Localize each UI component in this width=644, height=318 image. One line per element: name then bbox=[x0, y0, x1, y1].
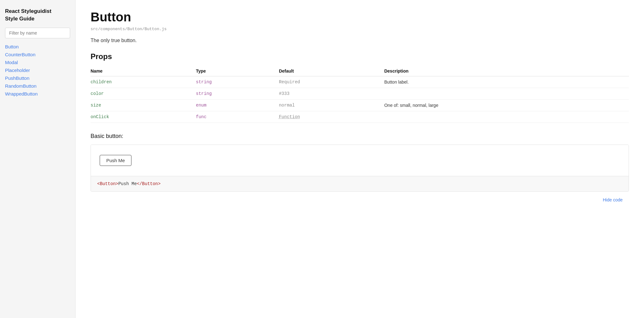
example-section-title: Basic button: bbox=[91, 133, 629, 140]
sidebar-item-counter-button[interactable]: CounterButton bbox=[5, 51, 70, 58]
prop-name-cell: size bbox=[91, 100, 196, 111]
filter-search-input[interactable] bbox=[5, 28, 70, 38]
prop-type-cell: string bbox=[196, 76, 279, 88]
sidebar-item-wrapped-button[interactable]: WrappedButton bbox=[5, 90, 70, 97]
component-description: The only true button. bbox=[91, 38, 629, 43]
hide-code-bar: Hide code bbox=[91, 194, 629, 206]
col-type-header: Type bbox=[196, 66, 279, 76]
col-default-header: Default bbox=[279, 66, 384, 76]
prop-name-cell: color bbox=[91, 88, 196, 100]
prop-name-cell: onClick bbox=[91, 111, 196, 123]
prop-default-cell: Required bbox=[279, 76, 384, 88]
component-title: Button bbox=[91, 10, 629, 24]
sidebar-navigation: ButtonCounterButtonModalPlaceholderPushB… bbox=[5, 43, 70, 97]
prop-description-cell: Button label. bbox=[384, 76, 629, 88]
prop-default-cell: normal bbox=[279, 100, 384, 111]
prop-default-cell: Function bbox=[279, 111, 384, 123]
prop-description-cell bbox=[384, 111, 629, 123]
example-block: Push Me <Button>Push Me</Button> bbox=[91, 145, 629, 192]
sidebar-item-modal[interactable]: Modal bbox=[5, 59, 70, 66]
code-close-tag: </Button> bbox=[137, 181, 161, 186]
component-path: src/components/Button/Button.js bbox=[91, 27, 629, 31]
hide-code-button[interactable]: Hide code bbox=[600, 196, 625, 204]
sidebar-item-placeholder[interactable]: Placeholder bbox=[5, 67, 70, 74]
table-row: onClickfuncFunction bbox=[91, 111, 629, 123]
props-table: Name Type Default Description childrenst… bbox=[91, 66, 629, 123]
props-section-title: Props bbox=[91, 52, 629, 61]
example-preview: Push Me bbox=[91, 145, 629, 176]
sidebar-item-push-button[interactable]: PushButton bbox=[5, 75, 70, 81]
col-name-header: Name bbox=[91, 66, 196, 76]
prop-name-cell: children bbox=[91, 76, 196, 88]
table-row: sizeenumnormalOne of: small, normal, lar… bbox=[91, 100, 629, 111]
sidebar-item-random-button[interactable]: RandomButton bbox=[5, 83, 70, 89]
main-content: Button src/components/Button/Button.js T… bbox=[75, 0, 644, 318]
prop-type-cell: enum bbox=[196, 100, 279, 111]
sidebar-item-button[interactable]: Button bbox=[5, 43, 70, 50]
code-open-tag: <Button> bbox=[97, 181, 118, 186]
code-text: Push Me bbox=[118, 181, 137, 186]
prop-default-cell: #333 bbox=[279, 88, 384, 100]
sidebar: React Styleguidist Style Guide ButtonCou… bbox=[0, 0, 75, 318]
col-description-header: Description bbox=[384, 66, 629, 76]
sidebar-title: React Styleguidist Style Guide bbox=[5, 8, 70, 23]
table-row: childrenstringRequiredButton label. bbox=[91, 76, 629, 88]
prop-description-cell bbox=[384, 88, 629, 100]
example-push-me-button[interactable]: Push Me bbox=[100, 155, 131, 166]
table-row: colorstring#333 bbox=[91, 88, 629, 100]
prop-description-cell: One of: small, normal, large bbox=[384, 100, 629, 111]
prop-type-cell: string bbox=[196, 88, 279, 100]
example-code: <Button>Push Me</Button> bbox=[91, 176, 629, 191]
prop-type-cell: func bbox=[196, 111, 279, 123]
